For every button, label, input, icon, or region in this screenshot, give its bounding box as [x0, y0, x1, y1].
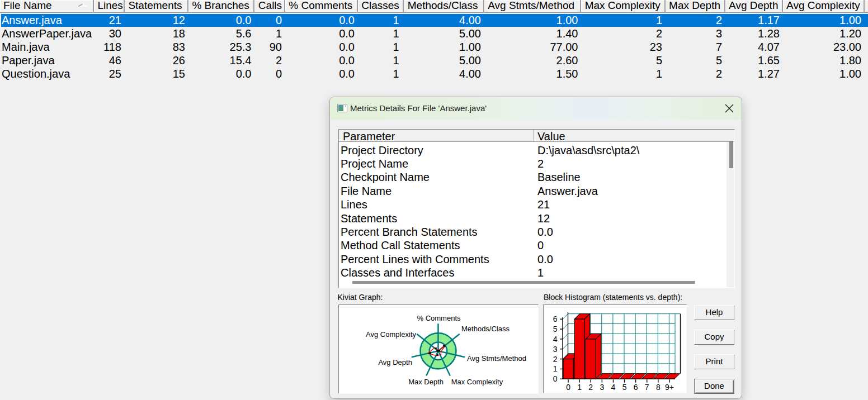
svg-text:Avg Stmts/Method: Avg Stmts/Method: [467, 354, 526, 363]
svg-text:Avg Complexity: Avg Complexity: [366, 330, 417, 339]
svg-text:2: 2: [588, 383, 593, 392]
svg-text:7: 7: [645, 383, 649, 392]
svg-text:0: 0: [566, 383, 570, 392]
svg-text:3: 3: [600, 383, 604, 392]
svg-text:% Comments: % Comments: [417, 314, 461, 322]
svg-text:1: 1: [553, 364, 558, 373]
svg-text:1: 1: [577, 383, 582, 392]
svg-text:2: 2: [553, 355, 558, 364]
svg-text:Max Depth: Max Depth: [408, 378, 444, 386]
svg-text:5: 5: [622, 383, 627, 392]
svg-text:4: 4: [553, 335, 558, 344]
svg-text:8: 8: [656, 383, 661, 392]
svg-text:5: 5: [553, 325, 558, 334]
svg-text:Methods/Class: Methods/Class: [461, 325, 510, 333]
svg-text:9+: 9+: [665, 383, 674, 392]
svg-text:6: 6: [553, 315, 558, 323]
svg-text:3: 3: [553, 345, 558, 354]
svg-text:6: 6: [634, 383, 638, 392]
svg-text:0: 0: [553, 374, 558, 383]
svg-text:Max Complexity: Max Complexity: [451, 378, 503, 386]
svg-text:Avg Depth: Avg Depth: [378, 358, 412, 366]
svg-text:4: 4: [611, 383, 616, 392]
